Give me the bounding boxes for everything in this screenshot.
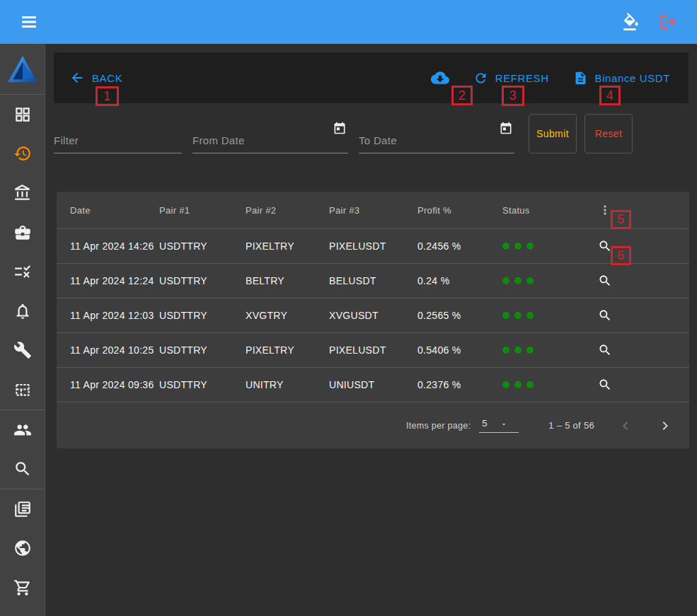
status-dot — [526, 243, 534, 250]
row-pair2: UNITRY — [246, 379, 329, 390]
status-dot — [526, 347, 534, 354]
filter-field-wrap — [54, 114, 182, 153]
sidebar-item-settings[interactable] — [0, 331, 45, 371]
back-button[interactable]: BACK — [69, 70, 122, 86]
refresh-button[interactable]: REFRESH — [473, 71, 549, 86]
sidebar-item-notifications[interactable] — [0, 291, 45, 331]
column-header-pair1: Pair #1 — [159, 205, 246, 216]
status-dot — [514, 381, 522, 388]
sidebar-item-jobs[interactable] — [0, 213, 45, 252]
row-profit: 0.2376 % — [417, 379, 502, 390]
items-per-page-label: Items per page: — [406, 421, 471, 431]
sidebar-item-search[interactable] — [0, 449, 45, 489]
sidebar-item-tables[interactable] — [0, 370, 45, 409]
account-select-button[interactable]: Binance USDT — [573, 71, 670, 86]
status-dot — [502, 243, 509, 250]
annotation-box-4: 4 — [599, 86, 621, 105]
table-icon — [13, 380, 32, 399]
to-date-input[interactable] — [359, 134, 514, 153]
magnifier-icon — [598, 343, 612, 357]
status-dot — [514, 347, 522, 354]
hamburger-icon — [20, 13, 38, 31]
status-dot — [526, 277, 534, 284]
row-date: 11 Apr 2024 09:36 — [70, 379, 159, 390]
main-content: BACK REFRESH — [45, 44, 697, 616]
row-detail-button[interactable] — [598, 343, 612, 357]
cloud-download-button[interactable] — [431, 69, 449, 87]
row-pair3: UNIUSDT — [329, 379, 417, 390]
sidebar-item-exchange[interactable] — [0, 173, 45, 213]
theme-color-button[interactable] — [619, 10, 643, 34]
table-row: 11 Apr 2024 10:25 USDTTRY PIXELTRY PIXEL… — [57, 332, 689, 367]
reset-button[interactable]: Reset — [584, 114, 633, 153]
row-profit: 0.24 % — [417, 275, 502, 286]
table-row: 11 Apr 2024 12:03 USDTTRY XVGTRY XVGUSDT… — [57, 298, 689, 332]
sidebar-item-news[interactable] — [0, 489, 45, 529]
sidebar-item-market[interactable] — [0, 568, 45, 608]
sidebar-item-history[interactable] — [0, 134, 45, 174]
row-pair2: BELTRY — [246, 275, 329, 286]
submit-button[interactable]: Submit — [529, 114, 577, 153]
row-detail-button[interactable] — [598, 308, 612, 322]
from-date-field-wrap — [192, 114, 348, 153]
magnifier-icon — [598, 274, 612, 288]
row-date: 11 Apr 2024 10:25 — [70, 344, 159, 356]
document-icon — [573, 71, 588, 86]
briefcase-icon — [13, 223, 32, 242]
from-date-calendar-button[interactable] — [333, 121, 347, 135]
sidebar-item-web[interactable] — [0, 529, 45, 569]
row-pair2: PIXELTRY — [246, 344, 329, 356]
annotation-box-6: 6 — [611, 246, 631, 265]
annotation-box-2: 2 — [451, 86, 473, 105]
wrench-icon — [13, 341, 32, 359]
status-dot — [514, 277, 522, 284]
table-row: 11 Apr 2024 14:26 USDTTRY PIXELTRY PIXEL… — [57, 228, 689, 263]
chevron-down-icon — [500, 420, 508, 429]
row-profit: 0.5406 % — [417, 344, 502, 356]
row-pair3: PIXELUSDT — [329, 344, 417, 356]
status-dot — [502, 312, 509, 319]
annotation-box-3: 3 — [502, 86, 524, 106]
users-icon — [13, 421, 32, 439]
status-indicator — [502, 312, 596, 319]
row-pair1: USDTTRY — [159, 344, 246, 356]
previous-page-button[interactable] — [617, 417, 634, 434]
status-dot — [502, 347, 509, 354]
table-row: 11 Apr 2024 12:24 USDTTRY BELTRY BELUSDT… — [57, 263, 689, 298]
magnifier-icon — [598, 378, 612, 392]
row-profit: 0.2456 % — [417, 240, 502, 252]
status-dot — [514, 243, 522, 250]
rules-checklist-icon — [13, 262, 32, 281]
column-header-pair2: Pair #2 — [246, 205, 329, 216]
row-date: 11 Apr 2024 14:26 — [70, 240, 159, 252]
row-pair1: USDTTRY — [159, 275, 246, 286]
back-label: BACK — [92, 72, 122, 84]
filter-input[interactable] — [54, 134, 182, 153]
status-dot — [526, 381, 534, 388]
column-header-profit: Profit % — [417, 205, 502, 216]
column-header-date: Date — [70, 205, 159, 216]
paint-fill-icon — [622, 13, 640, 31]
refresh-label: REFRESH — [495, 72, 549, 84]
row-detail-button[interactable] — [598, 274, 612, 288]
row-detail-button[interactable] — [598, 239, 612, 253]
hamburger-menu-button[interactable] — [17, 10, 41, 34]
magnifier-icon — [598, 308, 612, 322]
logout-button[interactable] — [656, 10, 680, 34]
topbar — [0, 0, 697, 44]
magnifier-icon — [598, 239, 612, 253]
back-arrow-icon — [69, 70, 85, 86]
sidebar-item-users[interactable] — [0, 410, 45, 450]
row-pair3: BELUSDT — [329, 275, 417, 286]
page-size-select[interactable]: 5 — [479, 418, 519, 433]
column-menu-button[interactable] — [598, 203, 612, 217]
history-icon — [13, 144, 32, 163]
next-page-button[interactable] — [657, 417, 674, 434]
calendar-icon — [499, 121, 513, 135]
to-date-calendar-button[interactable] — [499, 121, 513, 135]
status-indicator — [502, 347, 596, 354]
from-date-input[interactable] — [192, 134, 348, 153]
sidebar-item-dashboard[interactable] — [0, 95, 45, 134]
sidebar-item-rules[interactable] — [0, 252, 45, 291]
row-detail-button[interactable] — [598, 378, 612, 392]
